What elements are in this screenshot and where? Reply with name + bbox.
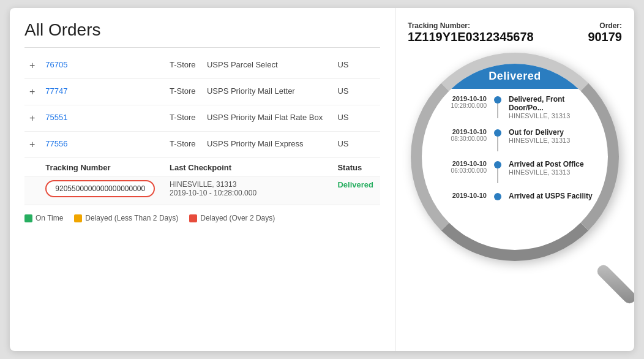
- expand-button[interactable]: +: [29, 113, 35, 123]
- timeline-time-0: 10:28:00.000: [432, 102, 487, 109]
- legend-on-time: On Time: [24, 214, 63, 222]
- timeline-dot-3: [494, 193, 501, 200]
- timeline-item-1: 2019-10-10 08:30:00.000 Out for Delivery…: [432, 128, 598, 151]
- order-country: US: [332, 105, 380, 132]
- order-label: Order:: [599, 21, 622, 30]
- tracking-number-box[interactable]: 9205500000000000000000: [45, 180, 155, 197]
- order-country: US: [332, 79, 380, 105]
- timeline-event-0: Delivered, Front Door/Po...: [509, 95, 598, 112]
- expand-button[interactable]: +: [29, 139, 35, 149]
- tracking-number-header: Tracking Number: [40, 158, 165, 176]
- order-link[interactable]: 76705: [45, 60, 67, 69]
- timeline-location-0: HINESVILLE, 31313: [509, 112, 598, 119]
- order-link[interactable]: 75551: [45, 113, 67, 122]
- timeline-event-1: Out for Delivery: [509, 128, 598, 137]
- order-shipping: USPS Priority Mail Letter: [202, 79, 333, 105]
- timeline: 2019-10-10 10:28:00.000 Delivered, Front…: [422, 89, 608, 215]
- timeline-date-3: 2019-10-10: [432, 192, 487, 199]
- expand-button[interactable]: +: [29, 60, 35, 70]
- delayed-gt-label: Delayed (Over 2 Days): [200, 214, 275, 222]
- timeline-dot-2: [494, 161, 501, 168]
- order-block: Order: 90179: [588, 21, 622, 44]
- tracking-info-header: Tracking Number: 1Z119Y1E0312345678 Orde…: [408, 21, 622, 44]
- delayed-lt-dot: [74, 214, 82, 222]
- timeline-item-0: 2019-10-10 10:28:00.000 Delivered, Front…: [432, 95, 598, 119]
- magnifier-handle: [595, 263, 634, 306]
- table-row: + 77747 T-Store USPS Priority Mail Lette…: [24, 79, 380, 105]
- timeline-dot-0: [494, 96, 501, 104]
- order-shipping: USPS Priority Mail Express: [202, 132, 333, 158]
- tracking-header-row: Tracking Number Last Checkpoint Status: [24, 158, 380, 176]
- delivered-banner: Delivered: [422, 64, 608, 89]
- last-checkpoint-location: HINESVILLE, 31313: [170, 180, 328, 189]
- status-badge: Delivered: [337, 180, 373, 189]
- timeline-time-1: 08:30:00.000: [432, 135, 487, 142]
- legend: On Time Delayed (Less Than 2 Days) Delay…: [24, 214, 380, 222]
- order-value: 90179: [588, 30, 622, 44]
- orders-table: + 76705 T-Store USPS Parcel Select US + …: [24, 53, 380, 205]
- magnifier-wrapper: Delivered 2019-10-10 10:28:00.000: [411, 53, 619, 261]
- last-checkpoint-date: 2019-10-10 - 10:28:00.000: [170, 189, 328, 197]
- order-link[interactable]: 77747: [45, 86, 67, 96]
- magnifier-circle: Delivered 2019-10-10 10:28:00.000: [411, 53, 619, 261]
- order-store: T-Store: [165, 53, 202, 79]
- order-store: T-Store: [165, 79, 202, 105]
- order-country: US: [332, 132, 380, 158]
- tracking-block: Tracking Number: 1Z119Y1E0312345678: [408, 21, 534, 44]
- legend-delayed-lt: Delayed (Less Than 2 Days): [74, 214, 178, 222]
- delayed-gt-dot: [189, 214, 197, 222]
- order-store: T-Store: [165, 132, 202, 158]
- legend-delayed-gt: Delayed (Over 2 Days): [189, 214, 275, 222]
- timeline-date-2: 2019-10-10: [432, 160, 487, 167]
- order-store: T-Store: [165, 105, 202, 132]
- table-row: + 76705 T-Store USPS Parcel Select US: [24, 53, 380, 79]
- delayed-lt-label: Delayed (Less Than 2 Days): [85, 214, 178, 222]
- order-link[interactable]: 77556: [45, 139, 67, 148]
- timeline-location-1: HINESVILLE, 31313: [509, 137, 598, 144]
- status-header: Status: [332, 158, 380, 176]
- timeline-date-0: 2019-10-10: [432, 95, 487, 102]
- timeline-location-2: HINESVILLE, 31313: [509, 168, 598, 176]
- expand-button[interactable]: +: [29, 86, 35, 97]
- tracking-number-label: Tracking Number:: [408, 21, 534, 30]
- table-row: + 75551 T-Store USPS Priority Mail Flat …: [24, 105, 380, 132]
- order-country: US: [332, 53, 380, 79]
- order-shipping: USPS Parcel Select: [202, 53, 333, 79]
- timeline-time-2: 06:03:00.000: [432, 167, 487, 174]
- timeline-line-1: [497, 137, 498, 151]
- right-panel: Tracking Number: 1Z119Y1E0312345678 Orde…: [395, 8, 634, 351]
- timeline-date-1: 2019-10-10: [432, 128, 487, 135]
- on-time-label: On Time: [36, 214, 63, 222]
- timeline-dot-1: [494, 129, 501, 137]
- last-checkpoint-header: Last Checkpoint: [165, 158, 332, 176]
- timeline-line-2: [497, 168, 498, 183]
- timeline-item-3: 2019-10-10 Arrived at USPS Facility: [432, 192, 598, 200]
- timeline-event-3: Arrived at USPS Facility: [509, 192, 598, 200]
- timeline-event-2: Arrived at Post Office: [509, 160, 598, 168]
- main-card: All Orders + 76705 T-Store USPS Parcel S…: [10, 8, 634, 351]
- tracking-number-value: 1Z119Y1E0312345678: [408, 30, 534, 44]
- table-row: + 77556 T-Store USPS Priority Mail Expre…: [24, 132, 380, 158]
- on-time-dot: [24, 214, 32, 222]
- tracking-data-row: 9205500000000000000000 HINESVILLE, 31313…: [24, 176, 380, 205]
- page-title: All Orders: [24, 20, 380, 48]
- left-panel: All Orders + 76705 T-Store USPS Parcel S…: [10, 8, 395, 351]
- timeline-item-2: 2019-10-10 06:03:00.000 Arrived at Post …: [432, 160, 598, 183]
- order-shipping: USPS Priority Mail Flat Rate Box: [202, 105, 333, 132]
- timeline-line-0: [497, 104, 498, 118]
